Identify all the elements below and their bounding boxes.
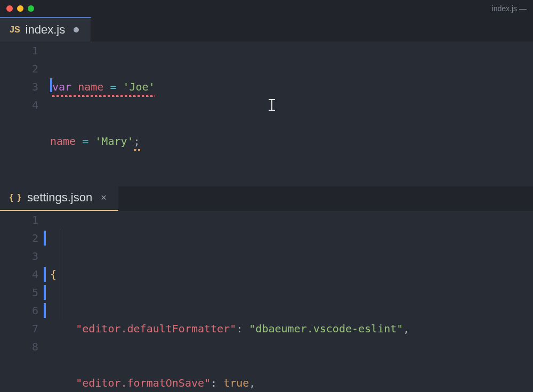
line-number: 7 [0,320,38,338]
window-close-button[interactable] [6,5,13,12]
js-file-icon: JS [10,25,20,35]
tab-index-js[interactable]: JS index.js [0,17,91,42]
code-line[interactable]: { [50,265,533,283]
code-line[interactable]: var name = 'Joe' [50,78,533,96]
line-number: 8 [0,338,38,356]
line-number: 6 [0,301,38,320]
editor-pane-bottom: { } settings.json × 1 2 3 4 5 6 7 8 { "e… [0,186,533,392]
editor-pane-top: JS index.js 1 2 3 4 var name = 'Joe' nam… [0,17,533,186]
code-line[interactable]: name = 'Mary'; [50,132,533,150]
code-line[interactable]: "editor.defaultFormatter": "dbaeumer.vsc… [50,320,533,338]
tab-bar-top: JS index.js [0,17,533,42]
window-zoom-button[interactable] [28,5,34,12]
json-file-icon: { } [10,193,22,202]
warning-squiggle: ; [134,132,140,150]
window-titlebar: index.js — [0,0,533,17]
line-number: 2 [0,229,38,247]
line-gutter: 1 2 3 4 [0,42,50,186]
code-area[interactable]: var name = 'Joe' name = 'Mary'; console.… [50,42,533,186]
window-minimize-button[interactable] [17,5,23,12]
traffic-lights [6,5,34,12]
tab-bar-bottom: { } settings.json × [0,186,533,211]
line-number: 3 [0,78,38,96]
line-gutter: 1 2 3 4 5 6 7 8 [0,211,50,392]
line-number: 1 [0,42,38,60]
tab-label: settings.json [27,191,92,205]
code-line[interactable]: "editor.formatOnSave": true, [50,374,533,392]
code-editor-bottom[interactable]: 1 2 3 4 5 6 7 8 { "editor.defaultFormatt… [0,211,533,392]
close-icon[interactable]: × [101,192,107,203]
code-area[interactable]: { "editor.defaultFormatter": "dbaeumer.v… [50,211,533,392]
line-number: 5 [0,283,38,301]
line-number: 4 [0,96,38,114]
window-title: index.js — [492,4,527,13]
code-editor-top[interactable]: 1 2 3 4 var name = 'Joe' name = 'Mary'; … [0,42,533,186]
unsaved-indicator-icon [74,27,79,32]
line-number: 3 [0,247,38,265]
text-cursor-icon [269,99,275,111]
tab-settings-json[interactable]: { } settings.json × [0,186,118,211]
error-squiggle: var name = 'Joe' [52,78,155,96]
line-number: 1 [0,211,38,229]
tab-label: index.js [26,23,66,37]
line-number: 2 [0,60,38,78]
indent-guide [60,229,60,320]
line-number: 4 [0,265,38,283]
